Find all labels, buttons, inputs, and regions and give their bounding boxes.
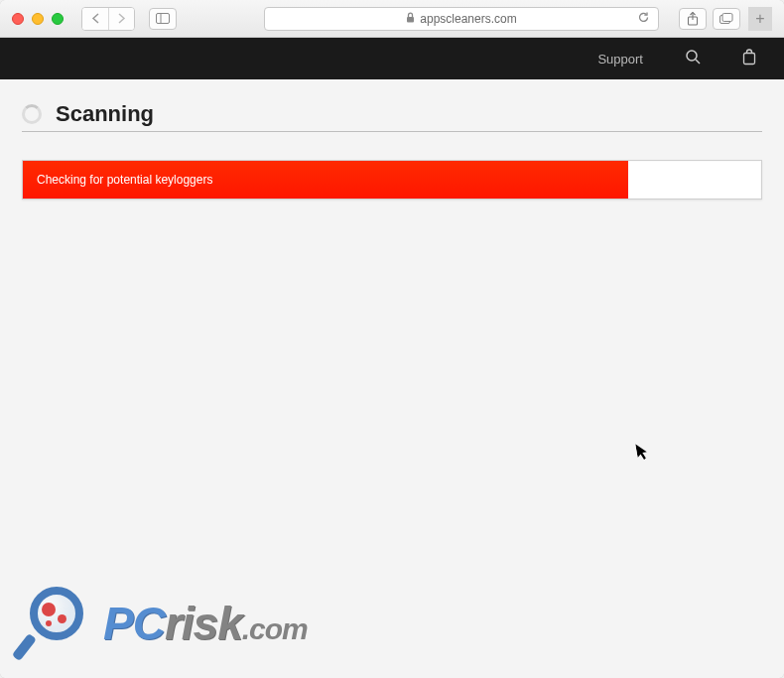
browser-title-bar: appscleaners.com + bbox=[0, 0, 784, 38]
maximize-window-button[interactable] bbox=[52, 13, 64, 25]
window-controls bbox=[12, 13, 64, 25]
toolbar-right-group: + bbox=[679, 7, 772, 31]
svg-rect-9 bbox=[744, 53, 755, 64]
url-text: appscleaners.com bbox=[420, 12, 516, 26]
progress-status-text: Checking for potential keyloggers bbox=[37, 173, 212, 187]
magnifier-icon bbox=[24, 587, 97, 660]
reload-icon[interactable] bbox=[637, 11, 650, 27]
safari-window: appscleaners.com + Support bbox=[0, 0, 784, 678]
svg-rect-2 bbox=[407, 17, 414, 23]
watermark-text: PCrisk.com bbox=[103, 597, 308, 650]
back-button[interactable] bbox=[82, 8, 108, 30]
address-bar[interactable]: appscleaners.com bbox=[264, 7, 659, 31]
share-button[interactable] bbox=[679, 8, 707, 30]
new-tab-button[interactable]: + bbox=[748, 7, 772, 31]
lock-icon bbox=[406, 12, 415, 25]
mouse-cursor-icon bbox=[635, 442, 651, 466]
main-content: Scanning Checking for potential keylogge… bbox=[0, 79, 784, 221]
svg-rect-6 bbox=[722, 14, 732, 22]
page-content: Support Scanning Checking for potential … bbox=[0, 38, 784, 678]
page-title: Scanning bbox=[56, 101, 154, 127]
close-window-button[interactable] bbox=[12, 13, 24, 25]
progress-fill: Checking for potential keyloggers bbox=[23, 161, 628, 199]
sidebar-toggle-button[interactable] bbox=[149, 8, 177, 30]
minimize-window-button[interactable] bbox=[32, 13, 44, 25]
title-row: Scanning bbox=[22, 101, 762, 132]
spinner-icon bbox=[22, 104, 42, 124]
progress-bar: Checking for potential keyloggers bbox=[22, 160, 762, 200]
pcrisk-watermark: PCrisk.com bbox=[24, 587, 308, 660]
support-link[interactable]: Support bbox=[597, 52, 643, 67]
shopping-bag-icon[interactable] bbox=[742, 49, 756, 69]
forward-button[interactable] bbox=[108, 8, 134, 30]
nav-button-group bbox=[81, 7, 135, 31]
show-tabs-button[interactable] bbox=[713, 8, 740, 30]
site-header-bar: Support bbox=[0, 38, 784, 79]
svg-line-8 bbox=[696, 60, 700, 64]
svg-rect-0 bbox=[157, 14, 170, 24]
search-icon[interactable] bbox=[685, 49, 701, 68]
svg-point-7 bbox=[687, 51, 697, 61]
